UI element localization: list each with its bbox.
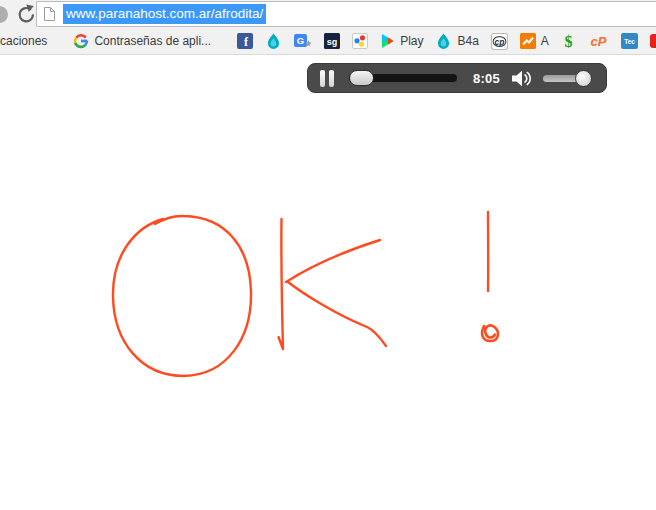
bookmark-item-palette[interactable] [346, 28, 374, 54]
svg-text:G: G [297, 35, 304, 46]
drawn-exclamation-dot [482, 325, 498, 341]
address-bar[interactable]: www.paranahost.com.ar/afrodita/ [36, 1, 656, 27]
analytics-icon [520, 33, 536, 49]
google-g-icon [73, 33, 89, 49]
bookmark-item-cpanel[interactable]: cP [582, 28, 615, 54]
drawn-letter-o [113, 216, 251, 376]
cp-document-icon: cp [491, 33, 508, 50]
pause-bar [329, 70, 334, 87]
volume-slider[interactable] [543, 75, 589, 82]
flame-icon [265, 33, 282, 50]
browser-window: www.paranahost.com.ar/afrodita/ caciones… [0, 0, 656, 510]
bookmark-label: A [541, 34, 549, 48]
bookmark-item-contrasenas[interactable]: Contraseñas de apli... [67, 28, 217, 54]
reload-button[interactable] [15, 4, 35, 24]
bookmark-item-translate[interactable]: G [288, 28, 318, 54]
svg-text:Tec: Tec [624, 38, 635, 45]
bookmark-item-b4a[interactable]: B4a [429, 28, 484, 54]
url-text[interactable]: www.paranahost.com.ar/afrodita/ [63, 4, 266, 24]
pause-bar [320, 70, 325, 87]
bookmark-item-cp-doc[interactable]: cp [485, 28, 514, 54]
seek-bar[interactable] [349, 74, 457, 82]
youtube-icon [650, 34, 656, 48]
bookmarks-bar: caciones Contraseñas de apli... f [0, 28, 656, 55]
facebook-icon: f [237, 33, 253, 49]
svg-text:cp: cp [494, 36, 504, 46]
bookmark-item-tec[interactable]: Tec [615, 28, 644, 54]
bookmark-label: caciones [0, 34, 47, 48]
audio-player: 8:05 [307, 63, 607, 93]
seek-thumb[interactable] [349, 70, 374, 86]
bookmark-item-dollar[interactable]: $ [555, 28, 582, 54]
bookmark-item-analytics[interactable]: A [514, 28, 555, 54]
bookmark-label: Play [400, 34, 423, 48]
svg-text:$: $ [564, 33, 572, 50]
page-icon [43, 6, 56, 22]
bookmark-item-b4x[interactable] [259, 28, 288, 54]
svg-text:sg: sg [327, 37, 338, 47]
bookmark-item-sg[interactable]: sg [318, 28, 346, 54]
volume-thumb[interactable] [575, 70, 592, 87]
drawn-letter-k-lower-arm [288, 282, 386, 346]
forward-button[interactable] [0, 6, 8, 23]
google-translate-icon: G [294, 33, 312, 49]
bookmark-label: Contraseñas de apli... [94, 34, 211, 48]
bookmark-label: B4a [457, 34, 478, 48]
color-palette-icon [352, 33, 368, 49]
svg-text:cP: cP [590, 34, 606, 49]
bookmark-item-youtube[interactable] [644, 28, 656, 54]
browser-toolbar: www.paranahost.com.ar/afrodita/ [0, 0, 656, 28]
sg-badge-icon: sg [324, 33, 340, 49]
bookmark-item-play[interactable]: Play [374, 28, 429, 54]
bookmark-item-truncated[interactable]: caciones [0, 28, 53, 54]
bookmark-item-facebook[interactable]: f [231, 28, 259, 54]
volume-icon[interactable] [511, 70, 533, 87]
drawn-letter-k-upper-arm [286, 240, 380, 282]
cpanel-icon: cP [588, 33, 609, 49]
tec-badge-icon: Tec [621, 33, 638, 49]
flame-icon [435, 33, 452, 50]
google-play-icon [380, 33, 395, 49]
dollar-icon: $ [561, 33, 576, 50]
time-display: 8:05 [470, 71, 503, 86]
pause-button[interactable] [320, 70, 334, 87]
drawn-letter-k-stem [279, 219, 284, 349]
